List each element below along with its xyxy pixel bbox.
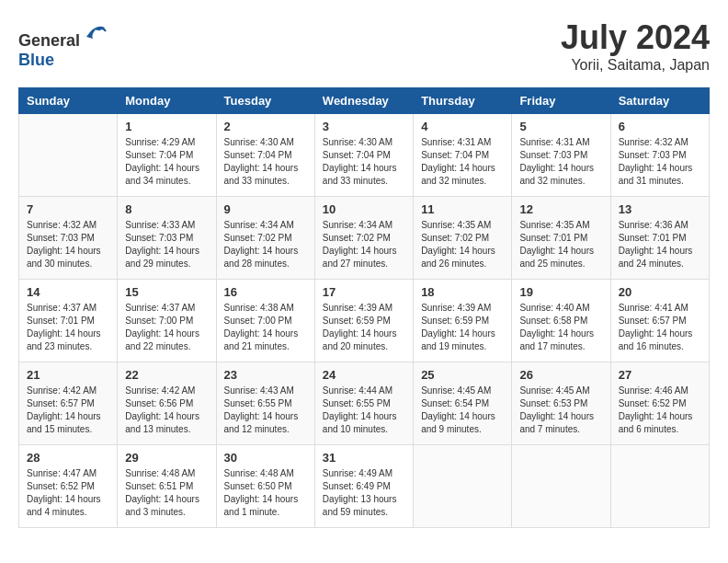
day-number: 15 <box>125 285 208 299</box>
day-number: 9 <box>224 202 307 216</box>
day-number: 24 <box>323 368 405 382</box>
day-info: Sunrise: 4:32 AMSunset: 7:03 PMDaylight:… <box>619 136 701 188</box>
day-info: Sunrise: 4:40 AMSunset: 6:58 PMDaylight:… <box>519 302 602 353</box>
day-cell: 12Sunrise: 4:35 AMSunset: 7:01 PMDayligh… <box>512 197 610 280</box>
day-number: 19 <box>519 285 602 299</box>
day-number: 8 <box>125 202 208 216</box>
day-cell <box>610 445 709 528</box>
day-cell: 25Sunrise: 4:45 AMSunset: 6:54 PMDayligh… <box>414 362 512 445</box>
day-cell: 7Sunrise: 4:32 AMSunset: 7:03 PMDaylight… <box>19 197 118 280</box>
day-info: Sunrise: 4:47 AMSunset: 6:52 PMDaylight:… <box>27 467 109 519</box>
day-info: Sunrise: 4:29 AMSunset: 7:04 PMDaylight:… <box>125 136 208 188</box>
day-cell: 20Sunrise: 4:41 AMSunset: 6:57 PMDayligh… <box>610 280 709 362</box>
day-cell: 9Sunrise: 4:34 AMSunset: 7:02 PMDaylight… <box>216 197 314 280</box>
logo: General Blue <box>18 18 109 70</box>
day-info: Sunrise: 4:44 AMSunset: 6:55 PMDaylight:… <box>323 385 405 436</box>
header-friday: Friday <box>512 88 610 114</box>
day-info: Sunrise: 4:43 AMSunset: 6:55 PMDaylight:… <box>224 385 307 436</box>
day-info: Sunrise: 4:48 AMSunset: 6:51 PMDaylight:… <box>125 467 208 519</box>
header-saturday: Saturday <box>610 88 709 114</box>
day-cell: 30Sunrise: 4:48 AMSunset: 6:50 PMDayligh… <box>216 445 314 528</box>
day-number: 6 <box>619 120 701 133</box>
day-number: 10 <box>323 202 405 216</box>
day-number: 21 <box>27 368 109 382</box>
day-info: Sunrise: 4:49 AMSunset: 6:49 PMDaylight:… <box>323 467 405 519</box>
day-cell: 3Sunrise: 4:30 AMSunset: 7:04 PMDaylight… <box>314 114 413 197</box>
header-sunday: Sunday <box>19 88 118 114</box>
title-block: July 2024 Yorii, Saitama, Japan <box>561 18 710 74</box>
day-info: Sunrise: 4:46 AMSunset: 6:52 PMDaylight:… <box>619 385 701 436</box>
day-info: Sunrise: 4:37 AMSunset: 7:00 PMDaylight:… <box>125 302 208 353</box>
day-cell: 5Sunrise: 4:31 AMSunset: 7:03 PMDaylight… <box>512 114 610 197</box>
day-info: Sunrise: 4:33 AMSunset: 7:03 PMDaylight:… <box>125 219 208 270</box>
header-tuesday: Tuesday <box>216 88 314 114</box>
day-number: 5 <box>519 120 602 133</box>
day-info: Sunrise: 4:39 AMSunset: 6:59 PMDaylight:… <box>323 302 405 353</box>
day-info: Sunrise: 4:42 AMSunset: 6:56 PMDaylight:… <box>125 385 208 436</box>
header-thursday: Thursday <box>414 88 512 114</box>
day-number: 28 <box>27 451 109 465</box>
week-row-2: 14Sunrise: 4:37 AMSunset: 7:01 PMDayligh… <box>19 280 710 362</box>
day-cell: 18Sunrise: 4:39 AMSunset: 6:59 PMDayligh… <box>414 280 512 362</box>
day-number: 18 <box>421 285 504 299</box>
logo-general: General <box>18 31 80 50</box>
day-info: Sunrise: 4:48 AMSunset: 6:50 PMDaylight:… <box>224 467 307 519</box>
day-cell: 17Sunrise: 4:39 AMSunset: 6:59 PMDayligh… <box>314 280 413 362</box>
logo-icon <box>82 18 109 46</box>
day-number: 3 <box>323 120 405 133</box>
day-cell: 15Sunrise: 4:37 AMSunset: 7:00 PMDayligh… <box>118 280 216 362</box>
location: Yorii, Saitama, Japan <box>561 57 710 74</box>
day-number: 27 <box>619 368 701 382</box>
day-info: Sunrise: 4:35 AMSunset: 7:02 PMDaylight:… <box>421 219 504 270</box>
day-cell: 11Sunrise: 4:35 AMSunset: 7:02 PMDayligh… <box>414 197 512 280</box>
day-cell: 4Sunrise: 4:31 AMSunset: 7:04 PMDaylight… <box>414 114 512 197</box>
day-number: 12 <box>519 202 602 216</box>
day-cell: 22Sunrise: 4:42 AMSunset: 6:56 PMDayligh… <box>118 362 216 445</box>
day-number: 20 <box>619 285 701 299</box>
day-info: Sunrise: 4:45 AMSunset: 6:54 PMDaylight:… <box>421 385 504 436</box>
day-cell: 10Sunrise: 4:34 AMSunset: 7:02 PMDayligh… <box>314 197 413 280</box>
day-cell: 2Sunrise: 4:30 AMSunset: 7:04 PMDaylight… <box>216 114 314 197</box>
day-cell: 24Sunrise: 4:44 AMSunset: 6:55 PMDayligh… <box>314 362 413 445</box>
day-cell: 13Sunrise: 4:36 AMSunset: 7:01 PMDayligh… <box>610 197 709 280</box>
day-number: 7 <box>27 202 109 216</box>
day-cell: 8Sunrise: 4:33 AMSunset: 7:03 PMDaylight… <box>118 197 216 280</box>
day-number: 17 <box>323 285 405 299</box>
week-row-3: 21Sunrise: 4:42 AMSunset: 6:57 PMDayligh… <box>19 362 710 445</box>
day-info: Sunrise: 4:32 AMSunset: 7:03 PMDaylight:… <box>27 219 109 270</box>
day-info: Sunrise: 4:34 AMSunset: 7:02 PMDaylight:… <box>323 219 405 270</box>
day-number: 29 <box>125 451 208 465</box>
day-info: Sunrise: 4:31 AMSunset: 7:04 PMDaylight:… <box>421 136 504 188</box>
week-row-4: 28Sunrise: 4:47 AMSunset: 6:52 PMDayligh… <box>19 445 710 528</box>
day-cell: 19Sunrise: 4:40 AMSunset: 6:58 PMDayligh… <box>512 280 610 362</box>
day-info: Sunrise: 4:31 AMSunset: 7:03 PMDaylight:… <box>519 136 602 188</box>
day-info: Sunrise: 4:30 AMSunset: 7:04 PMDaylight:… <box>323 136 405 188</box>
day-info: Sunrise: 4:30 AMSunset: 7:04 PMDaylight:… <box>224 136 307 188</box>
day-cell <box>19 114 118 197</box>
day-cell: 27Sunrise: 4:46 AMSunset: 6:52 PMDayligh… <box>610 362 709 445</box>
calendar-table: SundayMondayTuesdayWednesdayThursdayFrid… <box>18 87 710 528</box>
day-number: 1 <box>125 120 208 133</box>
day-number: 23 <box>224 368 307 382</box>
header-monday: Monday <box>118 88 216 114</box>
day-info: Sunrise: 4:39 AMSunset: 6:59 PMDaylight:… <box>421 302 504 353</box>
day-info: Sunrise: 4:34 AMSunset: 7:02 PMDaylight:… <box>224 219 307 270</box>
day-cell: 6Sunrise: 4:32 AMSunset: 7:03 PMDaylight… <box>610 114 709 197</box>
week-row-1: 7Sunrise: 4:32 AMSunset: 7:03 PMDaylight… <box>19 197 710 280</box>
day-cell: 16Sunrise: 4:38 AMSunset: 7:00 PMDayligh… <box>216 280 314 362</box>
day-number: 25 <box>421 368 504 382</box>
day-number: 31 <box>323 451 405 465</box>
day-number: 16 <box>224 285 307 299</box>
day-cell: 28Sunrise: 4:47 AMSunset: 6:52 PMDayligh… <box>19 445 118 528</box>
day-number: 14 <box>27 285 109 299</box>
day-number: 11 <box>421 202 504 216</box>
day-info: Sunrise: 4:42 AMSunset: 6:57 PMDaylight:… <box>27 385 109 436</box>
header-wednesday: Wednesday <box>314 88 413 114</box>
day-info: Sunrise: 4:37 AMSunset: 7:01 PMDaylight:… <box>27 302 109 353</box>
day-cell: 29Sunrise: 4:48 AMSunset: 6:51 PMDayligh… <box>118 445 216 528</box>
day-cell <box>414 445 512 528</box>
day-number: 4 <box>421 120 504 133</box>
day-info: Sunrise: 4:38 AMSunset: 7:00 PMDaylight:… <box>224 302 307 353</box>
logo-text: General Blue <box>18 18 109 70</box>
day-info: Sunrise: 4:45 AMSunset: 6:53 PMDaylight:… <box>519 385 602 436</box>
